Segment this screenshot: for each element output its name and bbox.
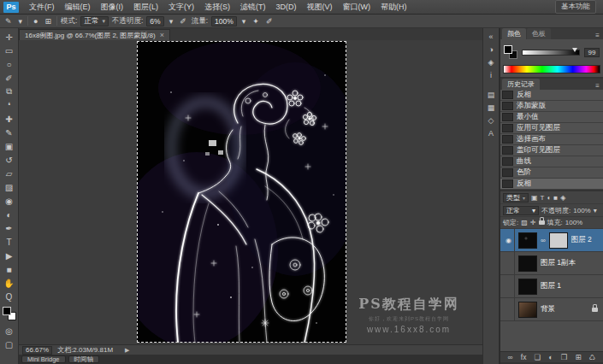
visibility-toggle[interactable] [503, 298, 515, 320]
close-icon[interactable]: × [160, 31, 164, 39]
mini-bridge-tab[interactable]: Mini Bridge [21, 355, 66, 363]
foreground-color-swatch[interactable] [3, 307, 11, 315]
collapsed-paths-icon[interactable]: ◇ [483, 114, 499, 126]
menu-3d[interactable]: 3D(D) [271, 3, 302, 11]
tool-move[interactable]: ✛ [1, 30, 18, 44]
link-layers-icon[interactable]: ∞ [508, 353, 513, 361]
history-menu-icon[interactable]: ≡ [595, 82, 601, 90]
airbrush-icon[interactable]: ✦ [251, 17, 261, 26]
tool-history-brush[interactable]: ↺ [1, 153, 18, 167]
history-step[interactable]: 色阶 [500, 167, 603, 179]
add-mask-icon[interactable]: ❏ [535, 353, 541, 361]
tool-quick-select[interactable]: ✐ [1, 71, 18, 85]
visibility-toggle[interactable] [503, 252, 515, 274]
collapsed-character-icon[interactable]: A [483, 126, 499, 139]
flow-value[interactable]: 100% [211, 16, 237, 26]
menu-image[interactable]: 图像(I) [96, 2, 129, 13]
history-step[interactable]: 反相 [500, 90, 603, 101]
tab-color[interactable]: 颜色 [502, 28, 526, 39]
menu-edit[interactable]: 编辑(E) [60, 2, 96, 13]
pressure-size-icon[interactable]: ✐ [264, 17, 275, 26]
new-group-icon[interactable]: ❒ [561, 353, 568, 361]
history-step[interactable]: 应用可见图层 [500, 123, 603, 134]
layer-row-layer1[interactable]: 图层 1 [500, 275, 603, 298]
gray-value-field[interactable]: 99 [584, 48, 600, 57]
panel-menu-icon[interactable]: ≡ [595, 32, 601, 39]
flow-dropdown-icon[interactable]: ▾ [240, 17, 248, 26]
collapsed-channels-icon[interactable]: ▦ [483, 101, 499, 114]
collapsed-adjustments-icon[interactable]: ◑ [483, 43, 499, 56]
tab-swatches[interactable]: 色板 [527, 28, 551, 39]
collapse-dock-icon[interactable]: « [483, 30, 499, 43]
menu-select[interactable]: 选择(S) [199, 2, 235, 13]
delete-layer-icon[interactable]: ♺ [589, 353, 596, 361]
tool-hand[interactable]: ✋ [1, 276, 18, 290]
blend-mode-select[interactable]: 正常 ▾ [80, 16, 109, 26]
history-step[interactable]: 选择画布 [500, 134, 603, 145]
layer-style-icon[interactable]: fx [521, 353, 527, 361]
panel-color-swatches[interactable] [504, 45, 517, 59]
menu-window[interactable]: 窗口(W) [338, 2, 376, 13]
layer-row-layer1-copy[interactable]: 图层 1副本 [500, 252, 603, 275]
lock-position-icon[interactable]: ✛ [530, 219, 536, 226]
layer-row-background[interactable]: 背景 [500, 298, 603, 321]
layer-opacity-value[interactable]: 100% [573, 207, 590, 214]
new-layer-icon[interactable]: ⊞ [575, 353, 581, 361]
menu-help[interactable]: 帮助(H) [375, 2, 412, 13]
tool-crop[interactable]: ⧉ [1, 85, 18, 98]
screen-mode-button[interactable]: ▢ [1, 338, 18, 351]
fill-value[interactable]: 100% [565, 219, 582, 226]
visibility-toggle[interactable] [503, 275, 515, 297]
menu-type[interactable]: 文字(Y) [163, 2, 199, 13]
menu-filter[interactable]: 滤镜(T) [235, 2, 271, 13]
gray-slider-handle[interactable] [572, 48, 577, 52]
layer-thumbnail[interactable] [518, 255, 537, 272]
tool-clone-stamp[interactable]: ▣ [1, 139, 18, 153]
tool-lasso[interactable]: ○ [1, 57, 18, 71]
adjustment-layer-icon[interactable]: ◐ [548, 353, 553, 361]
filter-smart-icon[interactable]: ◈ [560, 194, 565, 202]
tab-history[interactable]: 历史记录 [502, 79, 540, 90]
layer-name[interactable]: 图层 2 [571, 235, 592, 245]
zoom-level-field[interactable]: 66.67% [22, 346, 52, 355]
canvas-document[interactable] [137, 41, 346, 343]
panel-foreground-swatch[interactable] [504, 45, 512, 54]
collapsed-info-icon[interactable]: i [483, 68, 499, 81]
tool-gradient[interactable]: ▨ [1, 180, 18, 194]
history-step-current[interactable]: 反相 [500, 179, 603, 190]
tool-eraser[interactable]: ▱ [1, 167, 18, 180]
color-swatches[interactable] [3, 307, 16, 320]
layer-name[interactable]: 图层 1 [541, 281, 561, 291]
document-tab[interactable]: 16x8例图.jpg @ 66.7%(图层 2, 图层蒙版/8) × [19, 29, 170, 40]
tool-type[interactable]: T [1, 235, 18, 249]
filter-shape-icon[interactable]: ■ [553, 194, 558, 202]
tool-eyedropper[interactable]: ❛ [1, 98, 18, 112]
gray-slider[interactable] [522, 50, 580, 56]
filter-image-icon[interactable]: ▣ [531, 194, 538, 202]
tool-blur[interactable]: ◉ [1, 194, 18, 208]
tool-healing-brush[interactable]: ✚ [1, 112, 18, 126]
layer-row-layer2[interactable]: ◉ ∞ 图层 2 [500, 229, 603, 252]
layer-name[interactable]: 背景 [541, 304, 555, 314]
collapsed-styles-icon[interactable]: ◈ [483, 56, 499, 68]
menu-layer[interactable]: 图层(L) [128, 2, 163, 13]
layer-thumbnail[interactable] [518, 302, 537, 318]
tool-pen[interactable]: ✒ [1, 221, 18, 235]
lock-transparency-icon[interactable]: ▨ [521, 219, 528, 226]
visibility-toggle[interactable]: ◉ [503, 229, 515, 251]
collapsed-properties-icon[interactable]: ▤ [483, 88, 499, 101]
menu-view[interactable]: 视图(V) [302, 2, 338, 13]
history-step[interactable]: 添加蒙版 [500, 101, 603, 112]
tool-marquee[interactable]: ▭ [1, 44, 18, 57]
layer-mask-thumbnail[interactable] [549, 232, 568, 249]
brush-preset-picker-icon[interactable]: ● [32, 17, 39, 26]
lock-all-icon[interactable] [539, 220, 545, 225]
history-step[interactable]: 盖印可见图层 [500, 145, 603, 156]
brush-tool-icon[interactable]: ✎ [3, 17, 14, 26]
tool-preset-dropdown-icon[interactable]: ▾ [17, 17, 25, 26]
pressure-opacity-icon[interactable]: ✐ [178, 17, 188, 26]
tool-dodge[interactable]: ◐ [1, 208, 18, 221]
tool-path-select[interactable]: ▶ [1, 249, 18, 262]
menu-file[interactable]: 文件(F) [24, 2, 60, 13]
workspace-button[interactable]: 基本功能 [555, 0, 596, 14]
